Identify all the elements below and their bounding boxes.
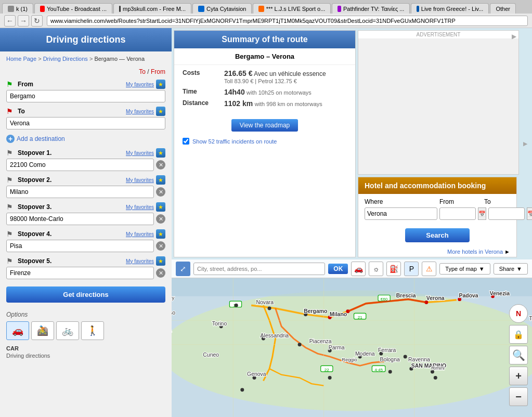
from-label-row: ⚑ From My favorites ★ [6, 80, 165, 89]
to-star-button[interactable]: ★ [156, 107, 165, 116]
ad-middle-strip: ▶ [519, 28, 532, 259]
to-input-row [6, 117, 165, 129]
from-field-group: ⚑ From My favorites ★ [0, 77, 172, 105]
transport-car[interactable]: 🚗 [6, 321, 29, 340]
add-destination-button[interactable]: + Add a destination [0, 132, 172, 146]
refresh-button[interactable]: ↻ [31, 15, 43, 27]
stopover-2-clear-button[interactable]: ✕ [156, 187, 165, 197]
stopover-2-input[interactable] [6, 186, 154, 198]
add-destination-label: Add a destination [17, 135, 65, 142]
type-map-button[interactable]: Type of map ▼ [439, 263, 490, 275]
map-gas-icon[interactable]: ⛽ [386, 262, 401, 276]
stopover-5-favorites-link[interactable]: My favorites [126, 258, 154, 264]
svg-point-37 [388, 370, 392, 373]
more-hotels-link[interactable]: More hotels in Verona [447, 249, 503, 255]
svg-text:Venezia: Venezia [490, 291, 510, 296]
stopover-5-star-button[interactable]: ★ [156, 256, 165, 266]
breadcrumb-home[interactable]: Home Page [6, 56, 36, 62]
map-lock-icon[interactable]: 🔒 [509, 325, 528, 344]
stopover-3-star-button[interactable]: ★ [156, 202, 165, 212]
stopover-2-favorites-link[interactable]: My favorites [126, 177, 154, 183]
stopover-5-clear-button[interactable]: ✕ [156, 268, 165, 278]
more-hotels-arrow-icon: ► [504, 249, 510, 255]
compass-icon[interactable]: N [509, 304, 528, 323]
stopover-3-clear-button[interactable]: ✕ [156, 214, 165, 224]
right-panel: Summary of the route Bergamo – Verona Co… [172, 28, 532, 417]
svg-point-25 [268, 307, 271, 310]
map-image[interactable]: 21 16 €60 22 4:45 [172, 278, 532, 417]
stopover-1-label-row: ⚑ Stopover 1. My favorites ★ [6, 148, 165, 158]
stopover-3-label-row: ⚑ Stopover 3. My favorites ★ [6, 202, 165, 212]
tab-sport[interactable]: *** L.J.s LIVE Sport o... [253, 3, 331, 14]
stopover-4-input-row: ✕ [6, 240, 165, 252]
map-search-input[interactable] [193, 263, 325, 275]
tab-pathfinder[interactable]: Pathfinder TV: Ταινίες ... [332, 3, 410, 14]
map-expand-icon[interactable]: ⤢ [176, 262, 190, 276]
from-input[interactable] [6, 90, 165, 102]
map-ok-button[interactable]: OK [328, 264, 348, 274]
from-star-button[interactable]: ★ [156, 80, 165, 89]
distance-row: Distance 1102 km with 998 km on motorway… [183, 99, 347, 108]
to-input[interactable] [6, 117, 165, 129]
costs-sub: Toll 83.90 € | Petrol 132.75 € [224, 78, 297, 84]
type-map-chevron-icon: ▼ [479, 266, 485, 272]
map-warning-icon[interactable]: ⚠ [422, 262, 436, 276]
stopover-1-clear-button[interactable]: ✕ [156, 160, 165, 170]
back-button[interactable]: ← [4, 15, 16, 27]
stopover-4-favorites-link[interactable]: My favorites [126, 231, 154, 237]
svg-text:Modena: Modena [355, 351, 375, 357]
svg-text:21: 21 [358, 315, 363, 320]
stopover-3-input[interactable] [6, 213, 154, 225]
tab-other[interactable]: Other [490, 3, 516, 14]
stopover-2-input-row: ✕ [6, 186, 165, 198]
traffic-checkbox[interactable] [183, 138, 189, 145]
stopover-3-favorites-link[interactable]: My favorites [126, 204, 154, 210]
tab-mp3skull[interactable]: mp3skull.com - Free M... [113, 3, 191, 14]
svg-text:Rimini: Rimini [431, 366, 445, 371]
to-field-group: ⚑ To My favorites ★ [0, 105, 172, 132]
hotel-from-calendar-button[interactable]: 📅 [478, 207, 486, 220]
stopover-2-star-button[interactable]: ★ [156, 175, 165, 185]
tab-k1[interactable]: k (1) [2, 3, 33, 14]
to-favorites-link[interactable]: My favorites [126, 109, 154, 114]
transport-bicycle[interactable]: 🚲 [56, 321, 79, 340]
view-roadmap-button[interactable]: View the roadmap [231, 119, 299, 132]
from-favorites-link[interactable]: My favorites [126, 82, 154, 87]
address-bar[interactable] [47, 16, 528, 26]
right-side-column: ADVERTISEMENT ▶ Hotel and accommodation … [358, 28, 519, 259]
ad-label: ADVERTISEMENT [358, 31, 518, 39]
stopover-4-clear-button[interactable]: ✕ [156, 241, 165, 251]
stopover-2-group: ⚑ Stopover 2. My favorites ★ ✕ [0, 173, 172, 200]
tab-youtube[interactable]: YouTube - Broadcast ... [34, 3, 112, 14]
more-hotels-link-row: More hotels in Verona ► [358, 246, 516, 257]
tab-livefromgreece[interactable]: Live from Greece! - Liv... [411, 3, 489, 14]
map-plus-button[interactable]: + [509, 367, 528, 385]
route-details: Costs 216.65 € Avec un véhicule essence … [174, 65, 355, 115]
stopover-1-favorites-link[interactable]: My favorites [126, 150, 154, 156]
map-traffic-icon[interactable]: 🚗 [351, 262, 366, 276]
hotel-search-button[interactable]: Search [405, 228, 469, 242]
hotel-from-date-input[interactable] [439, 207, 476, 220]
breadcrumb-directions[interactable]: Driving Directions [43, 56, 88, 62]
stopover-5-input[interactable] [6, 267, 154, 279]
stopover-4-input[interactable] [6, 240, 154, 252]
stopover-1-input[interactable] [6, 159, 154, 171]
map-minus-button[interactable]: − [509, 387, 528, 406]
forward-button[interactable]: → [18, 15, 29, 27]
stopover-4-label-row: ⚑ Stopover 4. My favorites ★ [6, 229, 165, 239]
map-parking-icon[interactable]: P [404, 262, 419, 276]
share-button[interactable]: Share ▼ [494, 263, 528, 275]
map-zoom-in-icon[interactable]: 🔍 [509, 346, 528, 364]
transport-motorbike[interactable]: 🚵 [31, 321, 54, 340]
map-weather-icon[interactable]: ☼ [369, 262, 383, 276]
breadcrumb-current: Bergamo — Verona [94, 56, 145, 62]
transport-walk[interactable]: 🚶 [81, 321, 104, 340]
stopover-5-group: ⚑ Stopover 5. My favorites ★ ✕ [0, 254, 172, 281]
stopover-4-star-button[interactable]: ★ [156, 229, 165, 239]
stopover-1-star-button[interactable]: ★ [156, 148, 165, 158]
get-directions-button[interactable]: Get directions [6, 286, 165, 303]
hotel-where-input[interactable] [365, 207, 437, 220]
browser-chrome: ← → ↻ [0, 14, 532, 28]
tab-cyta[interactable]: Cyta Cytavision [192, 3, 252, 14]
svg-text:Bologna: Bologna [380, 357, 399, 362]
